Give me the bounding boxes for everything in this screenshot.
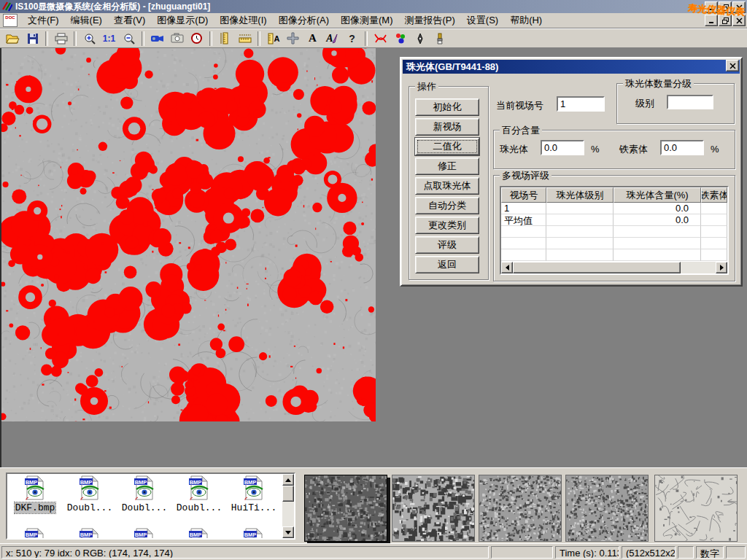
print-button[interactable] [51,30,71,47]
file-browser-scrollbar[interactable] [282,474,294,538]
menu-edit[interactable]: 编辑(E) [65,12,108,28]
toolbar-separator [74,31,77,46]
open-icon [6,33,20,44]
app-icon [2,1,12,12]
close-button[interactable] [732,1,746,13]
file-name[interactable]: Doubl... [66,502,113,513]
binarize-button[interactable]: 二值化 [415,138,479,155]
return-button[interactable]: 返回 [415,256,479,273]
help-icon: ? [349,33,355,44]
file-item[interactable]: Doubl... [173,475,225,513]
scroll-right-button[interactable] [716,262,727,273]
pearlite-label: 珠光体 [500,143,528,156]
vertical-measure-button[interactable] [215,30,235,47]
mdi-minimize-button[interactable] [705,15,718,26]
auto-classify-button[interactable]: 自动分类 [415,197,479,214]
file-item[interactable]: Doubl... [118,475,171,513]
scroll-thumb[interactable] [513,262,681,273]
file-item[interactable] [173,528,225,540]
zoom-1to1-button[interactable]: 1:1 [99,30,119,47]
vertical-caliper-icon [220,32,231,44]
operations-group: 操作 初始化 新视场 二值化 修正 点取珠光体 自动分类 更改类别 评级 返回 [409,86,489,280]
col-header-level[interactable]: 珠光体级别 [546,187,614,203]
menu-file[interactable]: 文件(F) [22,12,65,28]
menu-measure-report[interactable]: 测量报告(P) [398,12,460,28]
thumbnail-1[interactable] [304,475,387,542]
scroll-up-button[interactable] [282,474,294,486]
col-header-field[interactable]: 视场号 [501,187,546,203]
zoom-out-button[interactable] [119,30,139,47]
correct-button[interactable]: 修正 [415,158,479,175]
brush-tool-button[interactable] [430,30,449,47]
menu-image-processing[interactable]: 图像处理(I) [214,12,272,28]
thumbnail-3[interactable] [479,475,562,542]
table-row-empty [501,249,727,261]
col-header-pearlite[interactable]: 珠光体含量(%) [614,187,701,203]
rate-button[interactable]: 评级 [415,236,479,254]
scroll-down-button[interactable] [282,526,294,538]
level-input[interactable] [667,95,713,109]
col-header-ferrite[interactable]: 铁素体 [701,187,727,203]
menu-image-display[interactable]: 图像显示(D) [151,12,214,28]
new-field-button[interactable]: 新视场 [415,118,479,136]
percent-sign: % [591,144,600,155]
table-row[interactable]: 1 0.0 [501,203,727,214]
pen-tool-button[interactable] [410,30,430,47]
measure-annotation-button[interactable]: A [263,30,283,47]
table-row[interactable]: 平均值 0.0 [501,214,727,226]
file-name[interactable]: DKF.bmp [15,502,56,513]
minimize-button[interactable] [705,1,718,13]
percent-sign: % [711,144,719,155]
change-class-button[interactable]: 更改类别 [415,217,479,234]
file-item[interactable] [118,528,171,540]
mdi-restore-button[interactable] [719,15,732,26]
pearlite-percent-input[interactable] [541,140,584,155]
table-h-scrollbar[interactable] [501,262,727,273]
file-item[interactable]: DKF.bmp [9,475,61,513]
pick-pearlite-button[interactable]: 点取珠光体 [415,177,479,195]
file-item[interactable]: Doubl... [63,475,116,513]
video-capture-button[interactable] [147,30,167,47]
file-item[interactable] [63,528,116,540]
save-button[interactable] [23,30,42,47]
file-item[interactable] [9,528,61,540]
menu-image-measure[interactable]: 图像测量(M) [335,12,399,28]
grading-group: 珠光体数量分级 级别 [616,83,735,124]
file-name[interactable]: Doubl... [121,502,168,513]
calibration-button[interactable] [371,30,390,47]
menu-view[interactable]: 查看(V) [108,12,151,28]
annotate-tool-button[interactable]: A [322,30,342,47]
ferrite-percent-input[interactable] [660,140,704,155]
scroll-thumb[interactable] [282,486,294,502]
thumbnail-5[interactable] [654,475,738,542]
current-field-input[interactable] [557,96,605,112]
file-name[interactable]: HuiTi... [231,502,277,513]
empty-panel [678,546,694,559]
file-item[interactable]: HuiTi... [228,475,280,513]
menu-help[interactable]: 帮助(H) [504,12,548,28]
timer-button[interactable] [187,30,206,47]
mdi-close-button[interactable] [732,15,746,26]
thumbnail-2[interactable] [392,475,475,542]
initialize-button[interactable]: 初始化 [415,98,479,116]
dialog-title-bar[interactable]: 珠光体(GB/T9441-88) [403,60,740,74]
zoom-in-button[interactable] [80,30,99,47]
menu-settings[interactable]: 设置(S) [461,12,504,28]
move-button[interactable] [283,30,303,47]
metallographic-image[interactable] [1,48,376,421]
camera-capture-button[interactable] [167,30,187,47]
bmp-file-icon [24,475,46,500]
bmp-file-icon [24,528,46,540]
dialog-close-button[interactable] [726,60,739,71]
file-item[interactable] [228,528,280,540]
open-button[interactable] [3,30,23,47]
menu-image-analysis[interactable]: 图像分析(A) [273,12,335,28]
file-name[interactable]: Doubl... [176,502,222,513]
help-button[interactable]: ? [342,30,362,47]
horizontal-measure-button[interactable] [235,30,255,47]
thumbnail-4[interactable] [565,475,649,542]
restore-button[interactable] [719,1,732,13]
classify-button[interactable] [390,30,410,47]
scroll-left-button[interactable] [501,262,513,273]
text-tool-button[interactable]: A [303,30,322,47]
